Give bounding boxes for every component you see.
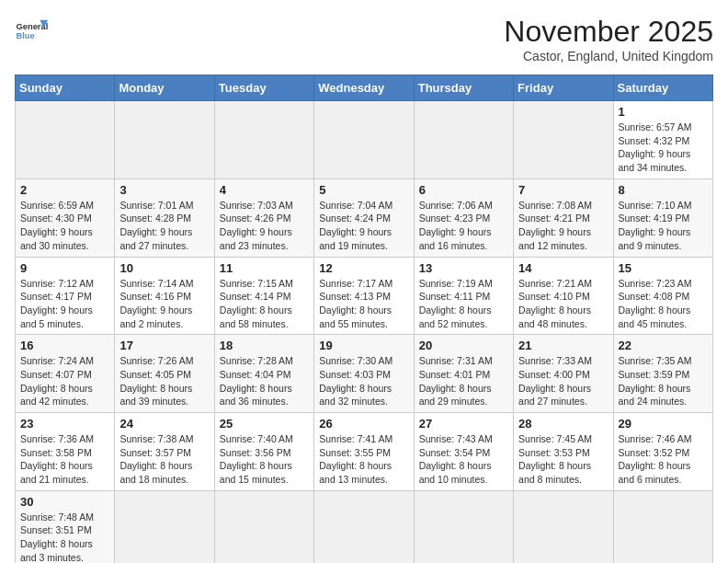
calendar-day-cell: 19Sunrise: 7:30 AM Sunset: 4:03 PM Dayli… [314,335,414,413]
day-number: 10 [119,261,209,275]
day-number: 22 [619,339,708,352]
calendar-week-row: 1Sunrise: 6:57 AM Sunset: 4:32 PM Daylig… [16,101,713,179]
page-title: November 2025 [504,15,713,49]
day-info: Sunrise: 7:35 AM Sunset: 3:59 PM Dayligh… [619,354,708,408]
day-info: Sunrise: 7:48 AM Sunset: 3:51 PM Dayligh… [20,511,109,563]
calendar-day-cell: 14Sunrise: 7:21 AM Sunset: 4:10 PM Dayli… [514,257,613,335]
day-number: 8 [619,183,708,197]
calendar-day-cell [514,490,613,563]
day-info: Sunrise: 7:10 AM Sunset: 4:19 PM Dayligh… [619,199,708,253]
weekday-header-thursday: Thursday [414,75,513,101]
calendar-day-cell: 28Sunrise: 7:45 AM Sunset: 3:53 PM Dayli… [514,413,613,491]
day-number: 26 [319,417,408,431]
day-info: Sunrise: 7:41 AM Sunset: 3:55 PM Dayligh… [319,432,408,487]
day-number: 21 [518,339,608,352]
calendar-day-cell: 11Sunrise: 7:15 AM Sunset: 4:14 PM Dayli… [214,257,313,335]
calendar-week-row: 16Sunrise: 7:24 AM Sunset: 4:07 PM Dayli… [16,335,713,413]
calendar-day-cell: 27Sunrise: 7:43 AM Sunset: 3:54 PM Dayli… [414,413,513,491]
calendar-day-cell: 9Sunrise: 7:12 AM Sunset: 4:17 PM Daylig… [16,257,115,335]
logo: General Blue [15,15,48,48]
day-number: 23 [20,417,109,431]
day-number: 20 [419,339,508,352]
day-info: Sunrise: 7:40 AM Sunset: 3:56 PM Dayligh… [220,432,309,487]
day-info: Sunrise: 7:43 AM Sunset: 3:54 PM Dayligh… [419,432,508,487]
day-number: 29 [619,417,708,431]
calendar-day-cell: 2Sunrise: 6:59 AM Sunset: 4:30 PM Daylig… [16,178,115,257]
calendar-day-cell: 8Sunrise: 7:10 AM Sunset: 4:19 PM Daylig… [613,178,712,257]
day-number: 27 [419,417,508,431]
calendar-day-cell [314,490,414,563]
day-number: 18 [220,339,309,352]
calendar-day-cell: 21Sunrise: 7:33 AM Sunset: 4:00 PM Dayli… [514,335,613,413]
day-info: Sunrise: 7:06 AM Sunset: 4:23 PM Dayligh… [419,199,508,253]
page-subtitle: Castor, England, United Kingdom [504,49,713,63]
day-info: Sunrise: 7:28 AM Sunset: 4:04 PM Dayligh… [220,354,309,408]
day-info: Sunrise: 7:38 AM Sunset: 3:57 PM Dayligh… [119,432,209,487]
day-number: 1 [619,105,708,119]
day-number: 5 [319,183,408,197]
day-info: Sunrise: 7:01 AM Sunset: 4:28 PM Dayligh… [119,199,209,253]
day-info: Sunrise: 7:23 AM Sunset: 4:08 PM Dayligh… [619,277,708,331]
day-number: 6 [419,183,508,197]
svg-text:Blue: Blue [16,31,34,40]
calendar-day-cell [414,490,513,563]
calendar-day-cell: 30Sunrise: 7:48 AM Sunset: 3:51 PM Dayli… [16,490,115,563]
weekday-header-friday: Friday [514,75,613,101]
calendar-day-cell [514,101,613,179]
day-number: 16 [20,339,109,352]
day-info: Sunrise: 7:08 AM Sunset: 4:21 PM Dayligh… [518,199,608,253]
day-info: Sunrise: 7:45 AM Sunset: 3:53 PM Dayligh… [518,432,608,487]
day-number: 3 [119,183,209,197]
day-info: Sunrise: 7:21 AM Sunset: 4:10 PM Dayligh… [518,277,608,331]
day-number: 25 [220,417,309,431]
calendar-week-row: 23Sunrise: 7:36 AM Sunset: 3:58 PM Dayli… [16,413,713,491]
day-info: Sunrise: 7:15 AM Sunset: 4:14 PM Dayligh… [220,277,309,331]
calendar-day-cell: 16Sunrise: 7:24 AM Sunset: 4:07 PM Dayli… [16,335,115,413]
day-info: Sunrise: 7:24 AM Sunset: 4:07 PM Dayligh… [20,354,109,408]
day-number: 7 [518,183,608,197]
logo-icon: General Blue [15,15,48,48]
day-info: Sunrise: 7:12 AM Sunset: 4:17 PM Dayligh… [20,277,109,331]
calendar-day-cell: 17Sunrise: 7:26 AM Sunset: 4:05 PM Dayli… [115,335,214,413]
day-info: Sunrise: 7:33 AM Sunset: 4:00 PM Dayligh… [518,354,608,408]
calendar-day-cell: 29Sunrise: 7:46 AM Sunset: 3:52 PM Dayli… [613,413,712,491]
calendar-day-cell: 7Sunrise: 7:08 AM Sunset: 4:21 PM Daylig… [514,178,613,257]
day-info: Sunrise: 7:26 AM Sunset: 4:05 PM Dayligh… [119,354,209,408]
calendar-day-cell: 22Sunrise: 7:35 AM Sunset: 3:59 PM Dayli… [613,335,712,413]
calendar-day-cell: 1Sunrise: 6:57 AM Sunset: 4:32 PM Daylig… [613,101,712,179]
calendar-day-cell [214,490,313,563]
calendar-week-row: 9Sunrise: 7:12 AM Sunset: 4:17 PM Daylig… [16,257,713,335]
day-info: Sunrise: 7:17 AM Sunset: 4:13 PM Dayligh… [319,277,408,331]
calendar-day-cell: 3Sunrise: 7:01 AM Sunset: 4:28 PM Daylig… [115,178,214,257]
day-number: 9 [20,261,109,275]
calendar-day-cell [115,101,214,179]
calendar-day-cell [414,101,513,179]
day-info: Sunrise: 7:30 AM Sunset: 4:03 PM Dayligh… [319,354,408,408]
title-block: November 2025 Castor, England, United Ki… [504,15,713,63]
day-number: 11 [220,261,309,275]
day-number: 2 [20,183,109,197]
calendar-day-cell: 20Sunrise: 7:31 AM Sunset: 4:01 PM Dayli… [414,335,513,413]
day-info: Sunrise: 7:14 AM Sunset: 4:16 PM Dayligh… [119,277,209,331]
day-number: 13 [419,261,508,275]
calendar-week-row: 30Sunrise: 7:48 AM Sunset: 3:51 PM Dayli… [16,490,713,563]
page-header: General Blue November 2025 Castor, Engla… [15,15,713,63]
calendar-day-cell [314,101,414,179]
day-number: 14 [518,261,608,275]
day-info: Sunrise: 7:03 AM Sunset: 4:26 PM Dayligh… [220,199,309,253]
calendar-day-cell: 26Sunrise: 7:41 AM Sunset: 3:55 PM Dayli… [314,413,414,491]
day-info: Sunrise: 7:36 AM Sunset: 3:58 PM Dayligh… [20,432,109,487]
calendar-week-row: 2Sunrise: 6:59 AM Sunset: 4:30 PM Daylig… [16,178,713,257]
weekday-header-wednesday: Wednesday [314,75,414,101]
calendar-day-cell: 18Sunrise: 7:28 AM Sunset: 4:04 PM Dayli… [214,335,313,413]
day-number: 12 [319,261,408,275]
calendar-day-cell: 23Sunrise: 7:36 AM Sunset: 3:58 PM Dayli… [16,413,115,491]
calendar-day-cell: 24Sunrise: 7:38 AM Sunset: 3:57 PM Dayli… [115,413,214,491]
calendar-day-cell: 5Sunrise: 7:04 AM Sunset: 4:24 PM Daylig… [314,178,414,257]
day-info: Sunrise: 6:59 AM Sunset: 4:30 PM Dayligh… [20,199,109,253]
weekday-header-tuesday: Tuesday [214,75,313,101]
calendar-day-cell [214,101,313,179]
calendar-day-cell: 15Sunrise: 7:23 AM Sunset: 4:08 PM Dayli… [613,257,712,335]
calendar-day-cell [16,101,115,179]
calendar-table: SundayMondayTuesdayWednesdayThursdayFrid… [15,75,713,563]
